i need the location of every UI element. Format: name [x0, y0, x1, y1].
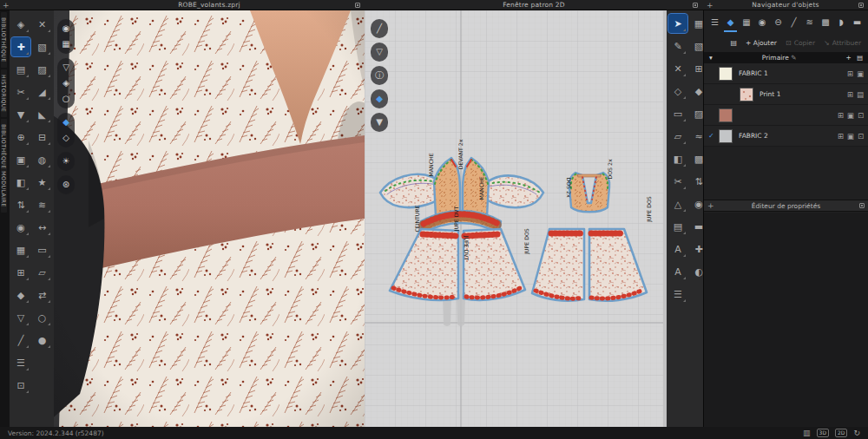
row-action-icon[interactable]: ⊞ [847, 69, 853, 78]
tab-puckering[interactable]: ≋ [802, 14, 817, 31]
rename-pencil-icon[interactable]: ✎ [791, 54, 796, 62]
zipper-tool[interactable]: ⊞ [11, 263, 30, 282]
tab-buttonhole[interactable]: ⊖ [771, 14, 786, 31]
fabric-row[interactable]: ✓FABRIC 2⊞▣⊡ [704, 126, 868, 147]
thickness-icon[interactable]: ◇ [60, 132, 72, 144]
select-move-tool[interactable]: ✚ [11, 37, 30, 56]
tab-graphic[interactable]: ▦ [739, 14, 753, 31]
rect-pattern-tool[interactable]: ▭ [668, 104, 687, 123]
garment-2d-icon[interactable]: ▽ [373, 46, 385, 58]
stylus-icon[interactable]: ╱ [373, 23, 385, 35]
pin-icon[interactable] [859, 203, 865, 208]
row-action-icon[interactable]: ▣ [857, 69, 864, 78]
seam-allowance-tool[interactable]: ▤ [668, 217, 687, 236]
style-line-tool[interactable]: ▽ [11, 308, 30, 327]
fabric-swatch[interactable] [719, 108, 733, 122]
viewport-3d[interactable]: ◉▦▽◈○◆◇☀⊛ [54, 10, 365, 427]
add-fabric-button[interactable]: + Ajouter [746, 39, 777, 47]
button-tool[interactable]: ◉ [11, 218, 30, 237]
sidebar-tab-bibliotheque[interactable]: BIBLIOTHÈQUE [1, 12, 7, 68]
assign-fabric-button[interactable]: ↘Attribuer [824, 39, 861, 47]
pattern-print-icon[interactable]: ▼ [373, 116, 385, 128]
polygon-pattern-tool[interactable]: ▱ [668, 127, 687, 146]
pin-icon[interactable] [355, 3, 360, 8]
light-icon[interactable]: ☀ [60, 155, 72, 167]
fabric-row[interactable]: FABRIC 1⊞▣ [704, 63, 868, 84]
bone-tool[interactable]: ○ [33, 308, 52, 327]
render-tool[interactable]: ★ [33, 173, 52, 192]
garment-fit-icon[interactable]: ◈ [60, 77, 72, 89]
misc-tool[interactable]: ● [33, 331, 52, 350]
row-action-icon[interactable]: ⊡ [858, 132, 864, 141]
fitting-tool[interactable]: ▨ [33, 60, 52, 79]
sewing-tool[interactable]: ⊕ [11, 128, 30, 147]
row-action-icon[interactable]: ⊞ [838, 132, 844, 141]
uv-map-tool[interactable]: ≋ [33, 195, 52, 214]
measurement-tool[interactable]: ▱ [33, 263, 52, 282]
fabric-tool[interactable]: ◧ [11, 173, 30, 192]
row-action-icon[interactable]: ▣ [847, 111, 854, 120]
texture-tool[interactable]: ⊡ [11, 376, 30, 395]
copy-fabric-button[interactable]: ⊡Copier [786, 39, 815, 47]
fabric-row[interactable]: Print 1⊞▤ [704, 84, 868, 105]
folder-icon[interactable]: ▤ [857, 54, 863, 62]
trim-tool[interactable]: ◆ [11, 285, 30, 305]
dart-tool[interactable]: ◧ [668, 149, 687, 168]
text-tool[interactable]: A [668, 239, 687, 259]
pattern-window-2d[interactable]: MANCHE DEVANT 2x MANCHE CEINTURE JUPE DV… [365, 10, 703, 427]
mesh-edit-tool[interactable]: ▤ [11, 60, 30, 79]
badge-3d[interactable]: 3D [817, 429, 829, 437]
row-action-icon[interactable]: ▣ [847, 132, 854, 141]
tab-fabric[interactable]: ◆ [723, 14, 738, 31]
avatar-display-icon[interactable]: ◉ [60, 23, 72, 35]
tab-bias[interactable]: ◗ [834, 14, 849, 31]
notch-tool[interactable]: ✂ [668, 172, 687, 191]
scissors-tool[interactable]: ✂ [11, 82, 30, 102]
fabric-row[interactable]: ⊞▣⊡ [704, 105, 868, 126]
garment-tool[interactable]: ⊟ [33, 128, 52, 147]
pose-tool[interactable]: ◣ [33, 105, 52, 124]
edit-sewing-tool[interactable]: ▣ [11, 150, 30, 169]
pin-icon[interactable] [858, 3, 864, 8]
fabric-swatch[interactable] [719, 129, 733, 143]
buttonhole-tool[interactable]: ▦ [11, 240, 30, 259]
add-colorway-icon[interactable]: + [846, 54, 852, 62]
sidebar-tab-bibliotheque-modulaire[interactable]: BIBLIOTHÈQUE MODULAIRE [1, 119, 7, 213]
row-action-icon[interactable]: ▤ [857, 90, 864, 99]
annotation-tool[interactable]: A [668, 262, 687, 281]
add-point-tool[interactable]: ✕ [668, 59, 687, 78]
mannequin-icon[interactable]: ○ [60, 93, 72, 105]
fabric-2d-icon[interactable]: ◆ [373, 93, 385, 105]
morph-tool[interactable]: ◢ [33, 82, 52, 102]
pin-tool[interactable]: ▼ [11, 105, 30, 124]
row-action-icon[interactable]: ⊡ [858, 111, 864, 120]
tab-topstitch[interactable]: ╱ [786, 14, 801, 31]
ruler-tool[interactable]: ☰ [668, 285, 687, 304]
garment-display-icon[interactable]: ▽ [60, 62, 72, 74]
arrange-tool[interactable]: ⇅ [11, 195, 30, 214]
colorway-tool[interactable]: ◍ [33, 150, 52, 169]
pin-icon[interactable] [693, 3, 698, 8]
sidebar-tab-historique[interactable]: HISTORIQUE [1, 69, 7, 117]
modular-tool[interactable]: ▭ [33, 240, 52, 259]
pattern-canvas-2d[interactable]: MANCHE DEVANT 2x MANCHE CEINTURE JUPE DV… [365, 10, 667, 427]
pattern-piece-neckband[interactable] [578, 174, 601, 177]
sync-icon[interactable]: ↻ [853, 429, 860, 437]
row-action-icon[interactable]: ⊞ [838, 111, 844, 120]
simulate-tool[interactable]: ✕ [33, 15, 52, 34]
tab-button[interactable]: ◉ [755, 14, 770, 31]
settings-gear-icon[interactable]: ⊛ [60, 179, 72, 191]
avatar-pose-tool[interactable]: ◈ [11, 15, 30, 34]
transform-pattern-tool[interactable]: ➤ [668, 14, 687, 33]
colorway-section-header[interactable]: ▾ Primaire ✎ + ▤ [704, 52, 868, 63]
print-layout-tool[interactable]: ↔ [33, 218, 52, 237]
fabric-swatch[interactable] [719, 67, 733, 81]
add-folder-icon[interactable]: ▤ [731, 39, 738, 47]
avatar-mesh-icon[interactable]: ▦ [60, 38, 72, 50]
badge-2d[interactable]: 2D [835, 429, 847, 437]
measure-tool[interactable]: ╱ [11, 331, 30, 350]
edit-pattern-tool[interactable]: ✎ [668, 36, 687, 56]
tech-pack-tool[interactable]: ⇄ [33, 285, 52, 305]
fabric-texture-icon[interactable]: ◆ [60, 116, 72, 128]
tab-plaid[interactable]: ▩ [819, 14, 833, 31]
